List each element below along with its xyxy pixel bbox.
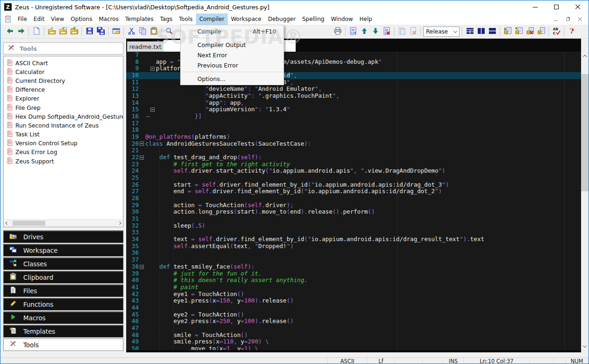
tool-list-item[interactable]: Current Directory (4, 76, 123, 85)
scrollbar-thumb[interactable] (13, 221, 45, 226)
back-button[interactable] (4, 26, 15, 37)
compiler-menu-item-compiler-output[interactable]: Compiler Output (181, 40, 284, 50)
code-line[interactable]: 36 (126, 249, 581, 256)
code-line[interactable]: 37 (126, 256, 581, 263)
code-line[interactable]: 44 (126, 304, 581, 311)
paste-up-button[interactable] (513, 26, 524, 37)
paste-delete-button[interactable] (524, 26, 535, 37)
fold-marker[interactable] (150, 108, 155, 112)
scroll-right-icon[interactable] (115, 220, 122, 227)
tools-list-horizontal-scrollbar[interactable] (4, 219, 122, 226)
menu-debugger[interactable]: Debugger (264, 13, 298, 25)
save-all-button[interactable] (95, 26, 106, 37)
chevron-down-icon[interactable] (451, 27, 459, 36)
panel-functions[interactable]: Functions (3, 298, 123, 310)
pages-disabled-button[interactable] (396, 26, 407, 37)
forward-button[interactable] (15, 26, 27, 37)
code-line[interactable]: 16 }] (126, 113, 581, 120)
code-line[interactable]: 26 start = self.driver.find_element_by_i… (126, 182, 581, 189)
open-file-button[interactable] (46, 26, 57, 37)
code-line[interactable]: 47 (126, 325, 581, 332)
code-line[interactable]: 39 # just for the fun of it. (126, 270, 581, 277)
tool-list-item[interactable]: Difference (4, 86, 123, 94)
maximize-button[interactable] (546, 0, 567, 13)
paste-down-button[interactable] (502, 26, 513, 37)
spell-check-button[interactable]: ABC (551, 26, 562, 37)
menu-view[interactable]: View (47, 13, 67, 25)
fold-marker[interactable] (140, 265, 144, 269)
project-folder-button[interactable] (110, 26, 122, 37)
code-line[interactable]: 46 eye2.press(x=250, y=100).release() (126, 318, 581, 325)
compiler-menu-item-compile[interactable]: CompileAlt+F10 (181, 26, 284, 36)
code-line[interactable]: 14 "app": app, (126, 100, 581, 107)
code-line[interactable]: 12 "deviceName": "Android Emulator", (126, 86, 581, 93)
menu-edit[interactable]: Edit (30, 13, 47, 25)
fold-marker[interactable] (140, 155, 144, 160)
panel-classes[interactable]: Classes (3, 257, 123, 270)
close-button[interactable] (567, 0, 589, 13)
arrow-down-button[interactable] (370, 26, 381, 37)
code-line[interactable]: 15 "appiumVersion": "1.3.4" (126, 106, 581, 113)
menu-spelling[interactable]: Spelling (299, 13, 328, 25)
mdi-restore-button[interactable] (563, 15, 572, 23)
code-line[interactable]: 19@on_platforms(platforms) (126, 134, 581, 141)
code-line[interactable]: 22 def test_drag_and_drop(self): (126, 154, 581, 161)
layout-vertical-button[interactable] (475, 26, 487, 37)
scrollbar-thumb[interactable] (581, 74, 589, 191)
hex-output-button[interactable]: 10110 (347, 26, 359, 37)
menu-file[interactable]: File (14, 13, 30, 25)
panel-tools[interactable]: Tools (3, 338, 123, 351)
code-line[interactable]: 17 (126, 120, 581, 127)
menu-options[interactable]: Options (68, 13, 95, 25)
panel-macros[interactable]: Macros (3, 311, 123, 324)
tool-list-item[interactable]: Explorer (4, 94, 123, 103)
panel-drives[interactable]: Drives (3, 230, 123, 243)
code-line[interactable]: 45 eye2 = TouchAction() (126, 311, 581, 318)
code-line[interactable]: 20class AndroidGesturesSauceTests(SauceT… (126, 141, 581, 148)
panel-files[interactable]: Files (3, 284, 123, 297)
code-line[interactable]: 32 sleep(.5) (126, 222, 581, 229)
tool-list-item[interactable]: Run Second Instance of Zeus (4, 121, 123, 130)
print-button[interactable] (332, 26, 343, 37)
code-line[interactable]: 42 eye1 = TouchAction() (126, 291, 581, 298)
panel-clipboard[interactable]: Clipboard (3, 271, 123, 283)
editor-vertical-scrollbar[interactable] (581, 52, 589, 350)
code-line[interactable]: 48 smile = TouchAction() (126, 332, 581, 339)
compiler-menu-item-options[interactable]: Options... (181, 74, 284, 84)
tool-list-item[interactable]: Zeus Support (4, 157, 123, 166)
tool-list-item[interactable]: Hex Dump Softpedia_Android_Gestures.py (4, 112, 123, 121)
code-line[interactable]: 27 end = self.driver.find_element_by_id(… (126, 188, 581, 195)
code-line[interactable]: 43 eye1.press(x=150, y=100).release() (126, 297, 581, 304)
layout-tile-button[interactable] (464, 26, 475, 37)
code-line[interactable]: 29 action = TouchAction(self.driver); (126, 202, 581, 209)
scroll-up-icon[interactable] (581, 52, 589, 59)
menu-compiler[interactable]: Compiler (196, 13, 228, 25)
menu-templates[interactable]: Templates (122, 13, 157, 25)
arrow-up-button[interactable] (359, 26, 370, 37)
find-button[interactable] (163, 26, 175, 37)
code-line[interactable]: 13 "appActivity": ".graphics.TouchPaint"… (126, 93, 581, 100)
minimize-button[interactable] (524, 0, 546, 13)
build-config-combo[interactable]: Release (423, 27, 460, 37)
code-line[interactable]: 21 (126, 147, 581, 154)
code-line[interactable]: 30 action.long_press(start).move_to(end)… (126, 209, 581, 216)
save-button[interactable] (84, 26, 95, 37)
code-line[interactable]: 50 .move_to(x=1, y=1) \ (126, 345, 581, 350)
help-button[interactable]: ? (566, 26, 577, 37)
open-special-button[interactable] (57, 26, 68, 37)
scroll-left-icon[interactable] (4, 220, 11, 227)
fold-marker[interactable] (150, 67, 155, 71)
code-line[interactable]: 31 (126, 216, 581, 222)
code-area[interactable]: 78 app = "http://appium.github.io/appium… (126, 52, 581, 350)
code-line[interactable]: 18 (126, 127, 581, 134)
code-line[interactable]: 34 text = self.driver.find_element_by_id… (126, 236, 581, 243)
hex-error-button[interactable]: 10110 (381, 26, 392, 37)
tool-list-item[interactable]: Task List (4, 130, 123, 139)
menu-tags[interactable]: Tags (157, 13, 176, 25)
code-line[interactable]: 35 self.assertEqual(text, "Dropped!") (126, 243, 581, 250)
scroll-down-icon[interactable] (581, 343, 589, 350)
fold-marker[interactable] (140, 142, 144, 146)
cut-button[interactable] (126, 26, 137, 37)
paste-button[interactable] (148, 26, 159, 37)
code-line[interactable]: 40 # this doesn't really assert anything… (126, 277, 581, 284)
